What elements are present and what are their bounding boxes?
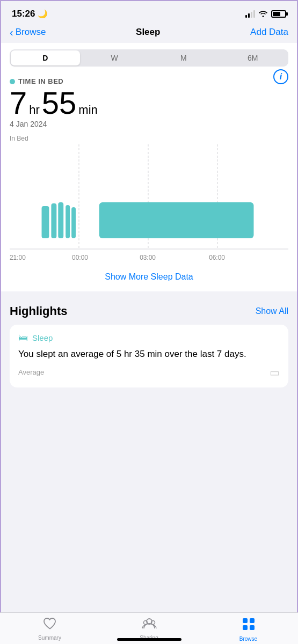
- svg-rect-9: [99, 202, 254, 238]
- nav-sharing[interactable]: Sharing: [99, 617, 199, 641]
- main-card: D W M 6M TIME IN BED 7 hr 55 min 4 Jan 2…: [1, 43, 297, 291]
- page-title: Sleep: [136, 27, 160, 38]
- nav-summary-label: Summary: [38, 635, 61, 641]
- back-button[interactable]: ‹ Browse: [10, 27, 46, 38]
- highlight-card: 🛏 Sleep You slept an average of 5 hr 35 …: [10, 325, 288, 387]
- svg-rect-4: [42, 206, 49, 238]
- svg-rect-19: [243, 625, 248, 630]
- nav-bar: ‹ Browse Sleep Add Data: [1, 25, 297, 43]
- browse-icon: [242, 617, 256, 634]
- nav-browse[interactable]: Browse: [199, 617, 298, 642]
- sleep-summary: TIME IN BED 7 hr 55 min 4 Jan 2024 i: [1, 71, 297, 130]
- svg-rect-5: [51, 203, 56, 238]
- svg-rect-8: [71, 207, 76, 238]
- section-label: TIME IN BED: [18, 77, 63, 85]
- svg-text:00:00: 00:00: [72, 254, 88, 261]
- svg-rect-18: [250, 618, 255, 623]
- highlight-card-header: 🛏 Sleep: [18, 332, 280, 343]
- sleep-hours: 7: [10, 87, 27, 119]
- svg-rect-17: [243, 618, 248, 623]
- time-in-bed-label: TIME IN BED: [10, 77, 288, 85]
- svg-rect-7: [66, 205, 70, 238]
- battery-icon: [271, 10, 286, 18]
- add-data-button[interactable]: Add Data: [250, 27, 288, 38]
- highlight-card-body: You slept an average of 5 hr 35 min over…: [18, 348, 280, 361]
- nav-summary[interactable]: Summary: [0, 617, 99, 641]
- status-time: 15:26: [12, 9, 35, 19]
- highlights-header: Highlights Show All: [10, 304, 288, 318]
- hr-unit: hr: [29, 103, 40, 117]
- tabs-container: D W M 6M: [1, 43, 297, 71]
- teal-dot: [10, 79, 15, 84]
- tab-week[interactable]: W: [80, 50, 149, 65]
- highlights-section: Highlights Show All 🛏 Sleep You slept an…: [1, 296, 297, 387]
- info-button[interactable]: i: [273, 69, 288, 84]
- average-row: Average ▭: [18, 366, 280, 379]
- status-icons: [245, 10, 286, 19]
- tab-6month[interactable]: 6M: [218, 50, 287, 65]
- chevron-left-icon: ‹: [10, 27, 13, 38]
- svg-text:03:00: 03:00: [140, 254, 156, 261]
- sleep-minutes: 55: [42, 87, 77, 119]
- moon-icon: 🌙: [38, 9, 48, 19]
- svg-text:06:00: 06:00: [209, 254, 225, 261]
- signal-icon: [245, 10, 255, 18]
- sleep-duration: 7 hr 55 min: [10, 87, 98, 119]
- bed-icon: 🛏: [18, 332, 28, 343]
- average-chart-icon: ▭: [270, 366, 280, 379]
- sleep-date: 4 Jan 2024: [10, 120, 98, 128]
- sharing-icon: [141, 617, 157, 633]
- period-tabs: D W M 6M: [10, 49, 288, 67]
- tab-month[interactable]: M: [149, 50, 219, 65]
- average-label: Average: [18, 368, 44, 376]
- sleep-chart-svg: 21:00 00:00 03:00 06:00: [10, 144, 288, 262]
- sleep-chart: 21:00 00:00 03:00 06:00: [10, 144, 288, 262]
- in-bed-label: In Bed: [10, 135, 288, 142]
- tab-day[interactable]: D: [11, 50, 80, 65]
- back-label: Browse: [16, 27, 46, 38]
- highlight-card-title: Sleep: [32, 333, 53, 342]
- highlights-title: Highlights: [10, 304, 68, 318]
- chart-area: In Bed: [1, 130, 297, 265]
- show-all-button[interactable]: Show All: [256, 306, 288, 316]
- nav-browse-label: Browse: [239, 636, 257, 642]
- heart-icon: [43, 617, 57, 633]
- min-unit: min: [78, 103, 97, 117]
- status-bar: 15:26 🌙: [1, 1, 297, 25]
- svg-rect-6: [58, 202, 63, 238]
- show-more-button[interactable]: Show More Sleep Data: [1, 265, 297, 291]
- svg-rect-20: [250, 625, 255, 630]
- home-indicator: [117, 638, 181, 641]
- wifi-icon: [258, 10, 268, 19]
- svg-text:21:00: 21:00: [10, 254, 26, 261]
